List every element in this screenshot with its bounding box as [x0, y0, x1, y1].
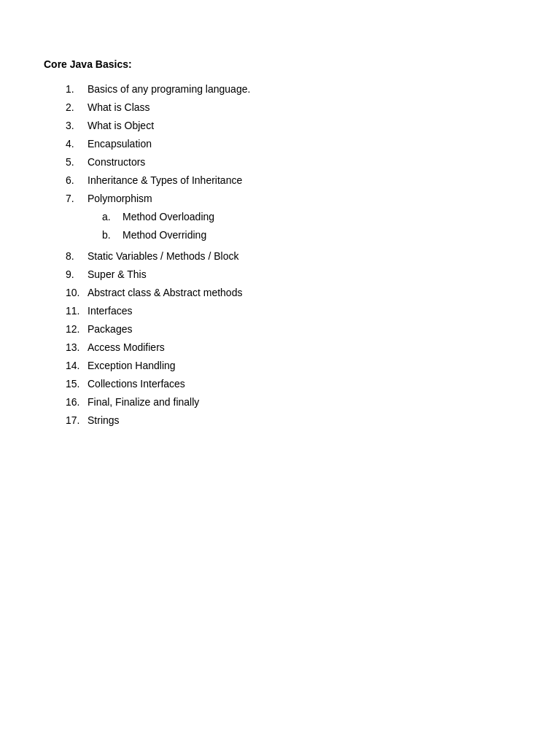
list-item-content: Static Variables / Methods / Block	[88, 249, 239, 264]
list-item: Access Modifiers	[66, 340, 516, 355]
list-item-content: What is Object	[88, 118, 154, 133]
list-item: Abstract class & Abstract methods	[66, 285, 516, 301]
list-item: Final, Finalize and finally	[66, 395, 516, 410]
list-item-text: Exception Handling	[88, 358, 176, 374]
sub-list-item-text: Method Overloading	[122, 209, 214, 225]
list-item-content: Abstract class & Abstract methods	[88, 285, 242, 301]
list-item-text: Inheritance & Types of Inheritance	[88, 173, 242, 188]
list-item: Inheritance & Types of Inheritance	[66, 173, 516, 188]
list-item-content: Collections Interfaces	[88, 376, 185, 392]
list-item: PolymorphismMethod OverloadingMethod Ove…	[66, 191, 516, 246]
list-item-text: Access Modifiers	[88, 340, 165, 355]
list-item-content: Packages	[88, 322, 132, 337]
list-item-content: Super & This	[88, 267, 147, 282]
list-item-text: Strings	[88, 413, 120, 428]
list-item: Packages	[66, 322, 516, 337]
list-item-content: Strings	[88, 413, 120, 428]
sub-list-item: Method Overloading	[102, 209, 214, 225]
list-item-text: What is Class	[88, 100, 150, 115]
list-item-text: Abstract class & Abstract methods	[88, 285, 242, 301]
list-item: Static Variables / Methods / Block	[66, 249, 516, 264]
list-item: Encapsulation	[66, 136, 516, 152]
page-title: Core Java Basics:	[44, 58, 516, 70]
list-item: Interfaces	[66, 303, 516, 319]
page-content: Core Java Basics: Basics of any programi…	[0, 0, 560, 489]
list-item: Constructors	[66, 155, 516, 170]
list-item-text: Super & This	[88, 267, 147, 282]
list-item: What is Class	[66, 100, 516, 115]
list-item-text: Basics of any programing language.	[88, 82, 250, 97]
list-item-content: Access Modifiers	[88, 340, 165, 355]
list-item: What is Object	[66, 118, 516, 133]
list-item-text: Interfaces	[88, 303, 132, 319]
list-item-content: Final, Finalize and finally	[88, 395, 199, 410]
list-item-text: Packages	[88, 322, 132, 337]
list-item-text: Static Variables / Methods / Block	[88, 249, 239, 264]
list-item-text: Encapsulation	[88, 136, 152, 152]
list-item-text: Polymorphism	[88, 191, 214, 206]
list-item-content: What is Class	[88, 100, 150, 115]
list-item-content: Basics of any programing language.	[88, 82, 250, 97]
list-item-text: What is Object	[88, 118, 154, 133]
list-item-content: Encapsulation	[88, 136, 152, 152]
list-item-content: Inheritance & Types of Inheritance	[88, 173, 242, 188]
list-item: Exception Handling	[66, 358, 516, 374]
sub-list-item: Method Overriding	[102, 228, 214, 243]
main-list: Basics of any programing language.What i…	[44, 82, 516, 428]
list-item: Super & This	[66, 267, 516, 282]
sub-list: Method OverloadingMethod Overriding	[88, 209, 214, 246]
list-item: Collections Interfaces	[66, 376, 516, 392]
list-item-content: Exception Handling	[88, 358, 176, 374]
list-item: Strings	[66, 413, 516, 428]
list-item-text: Constructors	[88, 155, 145, 170]
sub-list-item-text: Method Overriding	[122, 228, 206, 243]
list-item-content: Constructors	[88, 155, 145, 170]
list-item-content: PolymorphismMethod OverloadingMethod Ove…	[88, 191, 214, 246]
list-item-content: Interfaces	[88, 303, 132, 319]
list-item-text: Collections Interfaces	[88, 376, 185, 392]
list-item: Basics of any programing language.	[66, 82, 516, 97]
list-item-text: Final, Finalize and finally	[88, 395, 199, 410]
